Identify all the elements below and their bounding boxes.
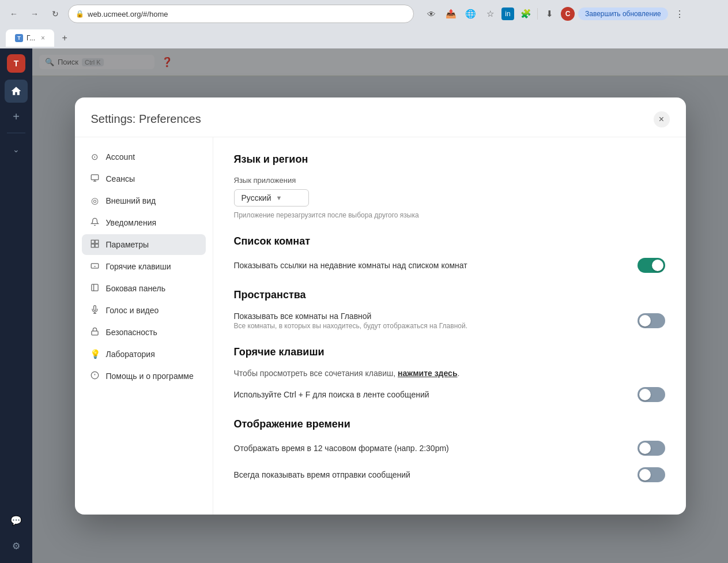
modal-close-button[interactable]: × [654, 111, 670, 127]
left-sidebar: T + ⌄ 💬 ⚙ [0, 48, 32, 563]
update-button[interactable]: Завершить обновление [578, 7, 668, 20]
hotkeys-link[interactable]: нажмите здесь [398, 369, 458, 378]
language-select[interactable]: Русский ▼ [234, 189, 309, 207]
sidebar-item-account[interactable]: ⊙ Account [82, 147, 206, 167]
appearance-icon: ◎ [90, 196, 100, 206]
bookmark-icon[interactable]: ☆ [482, 6, 498, 22]
account-icon: ⊙ [90, 152, 100, 162]
sidebar-item-sessions[interactable]: Сеансы [82, 168, 206, 189]
address-bar[interactable]: 🔒 web.ucmeet.org/#/home [68, 5, 414, 23]
spaces-toggle-track[interactable] [638, 313, 665, 328]
sidebar-item-hotkeys[interactable]: Горячие клавиши [82, 256, 206, 277]
chevron-down-icon: ▼ [276, 194, 282, 201]
browser-chrome: ← → ↻ 🔒 web.ucmeet.org/#/home 👁 📤 🌐 ☆ in… [0, 0, 728, 48]
spaces-toggle[interactable] [638, 313, 665, 328]
sidebar-item-voice-video[interactable]: Голос и видео [82, 300, 206, 321]
rooms-toggle-track[interactable] [638, 258, 665, 273]
tab-title: Г... [27, 34, 35, 42]
sidebar-label-account: Account [106, 152, 135, 162]
sidebar-item-about[interactable]: Помощь и о программе [82, 366, 206, 386]
security-icon [90, 327, 100, 337]
time-12h-toggle[interactable] [638, 441, 665, 456]
browser-right-icons: 👁 📤 🌐 ☆ in 🧩 ⬇ C Завершить обновление ⋮ [423, 6, 688, 22]
hotkeys-toggle-label: Используйте Ctrl + F для поиска в ленте … [234, 390, 429, 399]
time-always-toggle-thumb [639, 469, 651, 481]
time-12h-label: Отображать время в 12 часовом формате (н… [234, 444, 449, 453]
time-always-toggle-track[interactable] [638, 467, 665, 482]
hotkeys-description: Чтобы просмотреть все сочетания клавиш, … [234, 369, 665, 378]
sidebar-item-preferences[interactable]: Параметры [82, 234, 206, 255]
sidebar-label-about: Помощь и о программе [106, 371, 194, 381]
browser-tab[interactable]: T Г... × [6, 29, 54, 47]
svg-rect-2 [95, 240, 99, 243]
svg-rect-9 [92, 331, 98, 335]
time-12h-row: Отображать время в 12 часовом формате (н… [234, 441, 665, 456]
download-icon[interactable]: ⬇ [541, 6, 557, 22]
time-always-label: Всегда показывать время отправки сообщен… [234, 470, 410, 479]
time-always-row: Всегда показывать время отправки сообщен… [234, 467, 665, 482]
add-icon-btn[interactable]: + [5, 105, 28, 128]
svg-rect-1 [91, 240, 95, 243]
rooms-toggle[interactable] [638, 258, 665, 273]
forward-button[interactable]: → [27, 6, 43, 22]
voice-video-icon [90, 305, 100, 316]
user-avatar-icon[interactable]: C [561, 7, 575, 21]
spaces-toggle-text: Показывать все комнаты на Главной Все ко… [234, 311, 467, 330]
modal-body: ⊙ Account Сеансы ◎ Внешний вид [75, 137, 686, 515]
main-area: 🔍 Поиск Ctrl K ❓ Settings: Preferences × [32, 48, 728, 563]
back-button[interactable]: ← [6, 6, 22, 22]
home-icon-btn[interactable] [5, 80, 28, 103]
time-12h-toggle-thumb [639, 442, 651, 454]
linkedin-icon[interactable]: in [501, 7, 514, 20]
workspace-avatar[interactable]: T [7, 54, 25, 73]
reload-button[interactable]: ↻ [47, 6, 63, 22]
hotkeys-toggle-track[interactable] [638, 387, 665, 402]
sidebar-panel-icon [90, 283, 100, 294]
sidebar-item-appearance[interactable]: ◎ Внешний вид [82, 190, 206, 211]
extension-icon[interactable]: 🧩 [518, 6, 534, 22]
modal-title: Settings: Preferences [91, 112, 201, 126]
url-text: web.ucmeet.org/#/home [88, 10, 406, 18]
translate-icon[interactable]: 🌐 [462, 6, 478, 22]
rooms-section-title: Список комнат [234, 235, 665, 247]
sessions-icon [90, 174, 100, 184]
language-label: Язык приложения [234, 176, 665, 185]
modal-title-prefix: Settings: [91, 112, 136, 125]
sidebar-label-sidebar-panel: Боковая панель [106, 284, 165, 293]
time-12h-toggle-track[interactable] [638, 441, 665, 456]
modal-overlay: Settings: Preferences × ⊙ Account [32, 48, 728, 563]
spaces-toggle-label: Показывать все комнаты на Главной [234, 311, 467, 321]
language-section-title: Язык и регион [234, 153, 665, 166]
security-icon: 🔒 [76, 10, 84, 18]
sidebar-label-notifications: Уведомления [106, 218, 157, 227]
hotkeys-icon [90, 261, 100, 272]
sidebar-label-sessions: Сеансы [106, 174, 135, 183]
spaces-section-title: Пространства [234, 289, 665, 301]
spaces-section: Пространства Показывать все комнаты на Г… [234, 289, 665, 330]
menu-icon[interactable]: ⋮ [672, 6, 688, 22]
spacer [234, 378, 665, 387]
chevron-down-icon-btn[interactable]: ⌄ [5, 138, 28, 161]
hotkeys-desc-post: . [458, 369, 460, 378]
sidebar-item-sidebar-panel[interactable]: Боковая панель [82, 278, 206, 299]
cast-icon[interactable]: 📤 [443, 6, 459, 22]
time-section: Отображение времени Отображать время в 1… [234, 418, 665, 482]
sidebar-divider [7, 133, 25, 133]
gear-icon-btn[interactable]: ⚙ [5, 534, 28, 557]
language-section: Язык и регион Язык приложения Русский ▼ … [234, 153, 665, 219]
tab-close-icon[interactable]: × [41, 34, 45, 42]
password-icon[interactable]: 👁 [423, 6, 439, 22]
chat-icon-btn[interactable]: 💬 [5, 509, 28, 532]
sidebar-label-appearance: Внешний вид [106, 196, 156, 205]
sidebar-item-lab[interactable]: 💡 Лаборатория [82, 344, 206, 365]
sidebar-item-notifications[interactable]: Уведомления [82, 212, 206, 233]
sidebar-label-lab: Лаборатория [106, 350, 155, 359]
settings-content: Язык и регион Язык приложения Русский ▼ … [213, 137, 686, 515]
sidebar-item-security[interactable]: Безопасность [82, 322, 206, 343]
hotkeys-section-title: Горячие клавиши [234, 346, 665, 358]
new-tab-button[interactable]: + [56, 30, 73, 46]
rooms-toggle-row: Показывать ссылки на недавние комнаты на… [234, 258, 665, 273]
time-always-toggle[interactable] [638, 467, 665, 482]
hotkeys-toggle[interactable] [638, 387, 665, 402]
sidebar-label-preferences: Параметры [106, 240, 149, 249]
